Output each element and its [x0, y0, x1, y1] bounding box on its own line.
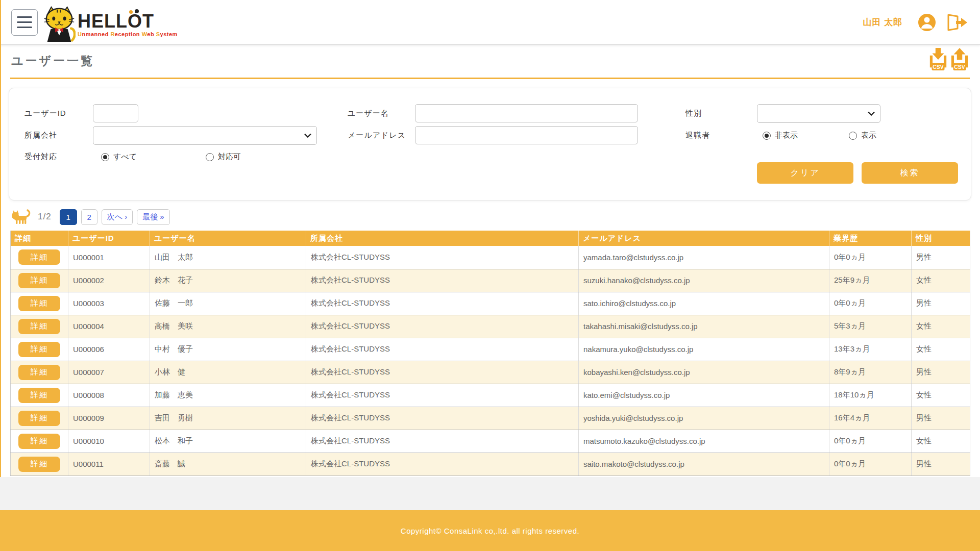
table-row: 詳細 U000007 小林 健 株式会社CL-STUDYSS kobayashi…: [11, 361, 970, 384]
user-name-input[interactable]: [415, 104, 638, 122]
table-row: 詳細 U000008 加藤 恵美 株式会社CL-STUDYSS kato.emi…: [11, 384, 970, 407]
cell-experience: 0年0ヵ月: [829, 246, 912, 269]
company-select[interactable]: [93, 126, 317, 145]
cell-user-id: U000003: [68, 292, 150, 315]
cell-user-name: 鈴木 花子: [150, 269, 306, 292]
csv-download-label: CSV: [933, 64, 943, 70]
detail-button[interactable]: 詳細: [18, 319, 60, 334]
cell-email: nakamura.yuko@clstudyss.co.jp: [579, 338, 829, 361]
cell-company: 株式会社CL-STUDYSS: [306, 315, 579, 338]
detail-button[interactable]: 詳細: [18, 249, 60, 265]
cell-email: matsumoto.kazuko@clstudyss.co.jp: [579, 430, 829, 453]
page-button-2[interactable]: 2: [81, 209, 97, 225]
reception-label: 受付対応: [24, 147, 57, 166]
cell-gender: 男性: [912, 453, 970, 475]
cell-experience: 8年9ヵ月: [829, 361, 912, 384]
header-experience: 業界歴: [829, 231, 912, 246]
retired-radio-show[interactable]: 表示: [849, 131, 876, 140]
person-icon[interactable]: [918, 13, 936, 32]
cat-icon: [10, 209, 32, 224]
detail-button[interactable]: 詳細: [18, 296, 60, 311]
table-row: 詳細 U000010 松本 和子 株式会社CL-STUDYSS matsumot…: [11, 430, 970, 453]
header-user-name: ユーザー名: [150, 231, 306, 246]
table-row: 詳細 U000003 佐藤 一郎 株式会社CL-STUDYSS sato.ich…: [11, 292, 970, 315]
table-row: 詳細 U000006 中村 優子 株式会社CL-STUDYSS nakamura…: [11, 338, 970, 361]
reception-radio-available[interactable]: 対応可: [206, 152, 241, 162]
copyright-text: Copyright© ConsaLink co,.ltd. all rights…: [401, 527, 579, 535]
cell-gender: 男性: [912, 246, 970, 269]
cell-gender: 男性: [912, 407, 970, 430]
cell-gender: 女性: [912, 384, 970, 407]
cell-experience: 25年9ヵ月: [829, 269, 912, 292]
cell-user-name: 吉田 勇樹: [150, 407, 306, 430]
cell-user-name: 山田 太郎: [150, 246, 306, 269]
cell-user-name: 斎藤 誠: [150, 453, 306, 475]
cell-company: 株式会社CL-STUDYSS: [306, 361, 579, 384]
cell-company: 株式会社CL-STUDYSS: [306, 338, 579, 361]
email-label: メールアドレス: [348, 126, 406, 145]
app-footer: Copyright© ConsaLink co,.ltd. all rights…: [0, 510, 980, 551]
cell-gender: 女性: [912, 338, 970, 361]
csv-upload-icon[interactable]: CSV: [950, 47, 969, 73]
cell-experience: 0年0ヵ月: [829, 453, 912, 475]
cell-user-id: U000001: [68, 246, 150, 269]
cell-experience: 0年0ヵ月: [829, 292, 912, 315]
header-gender: 性別: [912, 231, 970, 246]
cell-user-id: U000009: [68, 407, 150, 430]
page-position: 1/2: [38, 212, 52, 222]
radio-icon: [849, 132, 857, 140]
app-header: HELLOT Unmanned Reception Web System 山田 …: [0, 0, 980, 45]
detail-button[interactable]: 詳細: [18, 411, 60, 426]
cell-user-name: 佐藤 一郎: [150, 292, 306, 315]
detail-button[interactable]: 詳細: [18, 388, 60, 403]
logout-door-icon[interactable]: [945, 13, 969, 32]
search-filter-card: ユーザーID 所属会社 受付対応 すべて 対応可 ユーザー名 メールアドレス 性…: [9, 88, 971, 201]
user-name-label: ユーザー名: [348, 104, 389, 123]
gender-select[interactable]: [757, 104, 880, 123]
table-row: 詳細 U000011 斎藤 誠 株式会社CL-STUDYSS saito.mak…: [11, 453, 970, 475]
user-id-label: ユーザーID: [24, 104, 66, 123]
user-id-input[interactable]: [93, 104, 138, 122]
hamburger-icon[interactable]: [11, 9, 38, 36]
title-underline: [10, 78, 970, 79]
radio-icon: [763, 132, 771, 140]
logged-in-user-name: 山田 太郎: [863, 16, 902, 28]
csv-download-icon[interactable]: CSV: [929, 47, 947, 73]
retired-label: 退職者: [685, 126, 710, 145]
clear-button[interactable]: クリア: [757, 162, 853, 184]
retired-radio-hide[interactable]: 非表示: [763, 131, 798, 140]
titlebar: ユーザー一覧 CSV CSV: [0, 45, 980, 79]
cell-email: suzuki.hanako@clstudyss.co.jp: [579, 269, 829, 292]
detail-button[interactable]: 詳細: [18, 434, 60, 449]
gender-label: 性別: [685, 104, 702, 123]
pagination: 1/2 1 2 次へ › 最後 »: [10, 208, 980, 226]
left-accent-strip: [0, 0, 1, 477]
cell-user-id: U000010: [68, 430, 150, 453]
page-title: ユーザー一覧: [11, 53, 94, 69]
cell-company: 株式会社CL-STUDYSS: [306, 430, 579, 453]
cell-email: kato.emi@clstudyss.co.jp: [579, 384, 829, 407]
table-row: 詳細 U000001 山田 太郎 株式会社CL-STUDYSS yamada.t…: [11, 246, 970, 269]
cell-user-id: U000008: [68, 384, 150, 407]
cell-email: yoshida.yuki@clstudyss.co.jp: [579, 407, 829, 430]
user-table-wrap: 詳細 ユーザーID ユーザー名 所属会社 メールアドレス 業界歴 性別 詳細 U…: [10, 231, 970, 476]
search-button[interactable]: 検索: [862, 162, 958, 184]
detail-button[interactable]: 詳細: [18, 365, 60, 380]
detail-button[interactable]: 詳細: [18, 342, 60, 357]
cell-experience: 16年4ヵ月: [829, 407, 912, 430]
detail-button[interactable]: 詳細: [18, 273, 60, 288]
cell-company: 株式会社CL-STUDYSS: [306, 453, 579, 475]
page-button-1[interactable]: 1: [60, 209, 77, 225]
cell-user-name: 中村 優子: [150, 338, 306, 361]
cell-experience: 0年0ヵ月: [829, 430, 912, 453]
cell-email: saito.makoto@clstudyss.co.jp: [579, 453, 829, 475]
cell-user-name: 加藤 恵美: [150, 384, 306, 407]
email-input[interactable]: [415, 126, 638, 144]
cell-email: sato.ichiro@clstudyss.co.jp: [579, 292, 829, 315]
detail-button[interactable]: 詳細: [18, 457, 60, 472]
reception-radio-all[interactable]: すべて: [101, 152, 137, 162]
last-page-button[interactable]: 最後 »: [137, 209, 170, 225]
table-row: 詳細 U000002 鈴木 花子 株式会社CL-STUDYSS suzuki.h…: [11, 269, 970, 292]
table-header-row: 詳細 ユーザーID ユーザー名 所属会社 メールアドレス 業界歴 性別: [11, 231, 970, 246]
next-page-button[interactable]: 次へ ›: [102, 209, 133, 225]
